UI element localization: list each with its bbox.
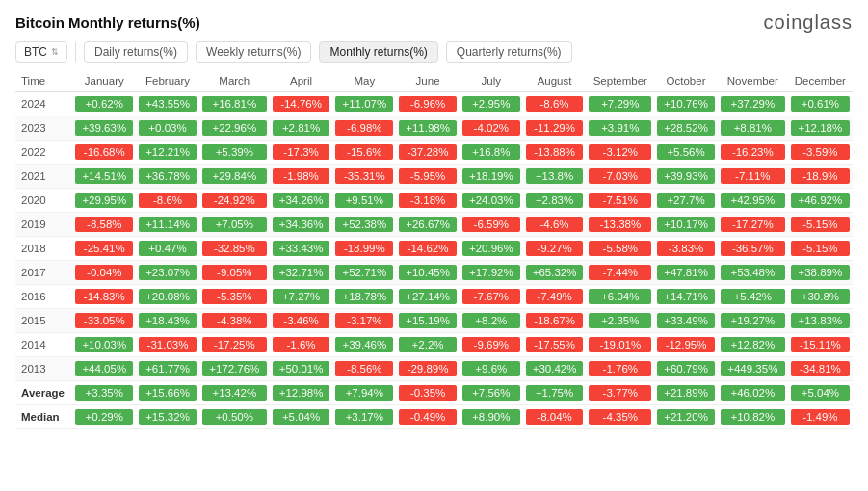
value-cell: -3.17% xyxy=(332,309,396,333)
value-cell: +39.63% xyxy=(72,116,136,141)
value-cell: -35.31% xyxy=(332,165,396,189)
value-cell: +38.89% xyxy=(788,261,853,285)
col-jan: January xyxy=(72,70,136,92)
median-cell: +21.20% xyxy=(654,405,718,429)
value-cell: +172.76% xyxy=(199,357,270,381)
value-cell: +28.52% xyxy=(654,116,718,141)
value-cell: +12.21% xyxy=(136,141,199,165)
value-cell: +10.76% xyxy=(654,92,718,116)
value-cell: +52.71% xyxy=(332,261,396,285)
value-cell: -34.81% xyxy=(788,357,853,381)
value-cell: -3.12% xyxy=(586,141,654,165)
value-cell: +5.39% xyxy=(199,141,270,165)
value-cell: +47.81% xyxy=(654,261,718,285)
value-cell: +36.78% xyxy=(136,165,199,189)
median-cell: +8.90% xyxy=(460,405,523,429)
table-row: 2018-25.41%+0.47%-32.85%+33.43%-18.99%-1… xyxy=(15,237,853,261)
value-cell: +27.7% xyxy=(654,189,718,213)
value-cell: +9.6% xyxy=(460,357,523,381)
value-cell: -18.9% xyxy=(788,165,853,189)
tab-weekly[interactable]: Weekly returns(%) xyxy=(196,41,311,63)
median-cell: -1.49% xyxy=(788,405,853,429)
value-cell: +33.43% xyxy=(270,237,333,261)
year-cell: 2018 xyxy=(15,237,72,261)
average-row: Average+3.35%+15.66%+13.42%+12.98%+7.94%… xyxy=(15,381,853,405)
value-cell: +8.81% xyxy=(718,116,788,141)
table-row: 2014+10.03%-31.03%-17.25%-1.6%+39.46%+2.… xyxy=(15,333,853,357)
value-cell: +46.92% xyxy=(788,189,853,213)
value-cell: +18.78% xyxy=(332,285,396,309)
value-cell: -12.95% xyxy=(654,333,718,357)
value-cell: +2.83% xyxy=(523,189,587,213)
page-title: Bitcoin Monthly returns(%) xyxy=(15,14,200,31)
median-cell: +3.17% xyxy=(332,405,396,429)
median-label: Median xyxy=(15,405,72,429)
table-row: 2017-0.04%+23.07%-9.05%+32.71%+52.71%+10… xyxy=(15,261,853,285)
average-cell: +46.02% xyxy=(718,381,788,405)
value-cell: -24.92% xyxy=(199,189,270,213)
col-oct: October xyxy=(654,70,718,92)
col-aug: August xyxy=(523,70,587,92)
col-jul: July xyxy=(460,70,523,92)
median-cell: -8.04% xyxy=(523,405,587,429)
value-cell: +7.05% xyxy=(199,213,270,237)
value-cell: -8.6% xyxy=(523,92,587,116)
value-cell: -5.35% xyxy=(199,285,270,309)
value-cell: -7.51% xyxy=(586,189,654,213)
value-cell: +65.32% xyxy=(523,261,587,285)
value-cell: +3.91% xyxy=(586,116,654,141)
value-cell: -6.98% xyxy=(332,116,396,141)
value-cell: +11.07% xyxy=(332,92,396,116)
value-cell: -3.46% xyxy=(270,309,333,333)
value-cell: -32.85% xyxy=(199,237,270,261)
table-row: 2016-14.83%+20.08%-5.35%+7.27%+18.78%+27… xyxy=(15,285,853,309)
value-cell: +449.35% xyxy=(718,357,788,381)
value-cell: -31.03% xyxy=(136,333,199,357)
year-cell: 2013 xyxy=(15,357,72,381)
year-cell: 2014 xyxy=(15,333,72,357)
value-cell: -13.38% xyxy=(586,213,654,237)
table-row: 2021+14.51%+36.78%+29.84%-1.98%-35.31%-5… xyxy=(15,165,853,189)
value-cell: +18.43% xyxy=(136,309,199,333)
value-cell: -33.05% xyxy=(72,309,136,333)
value-cell: +6.04% xyxy=(586,285,654,309)
table-row: 2020+29.95%-8.6%-24.92%+34.26%+9.51%-3.1… xyxy=(15,189,853,213)
value-cell: -9.05% xyxy=(199,261,270,285)
value-cell: -3.59% xyxy=(788,141,853,165)
year-cell: 2021 xyxy=(15,165,72,189)
brand-logo: coinglass xyxy=(764,12,853,34)
asset-selector[interactable]: BTC ⇅ xyxy=(15,41,67,63)
value-cell: -3.83% xyxy=(654,237,718,261)
value-cell: +13.83% xyxy=(788,309,853,333)
average-cell: +1.75% xyxy=(523,381,587,405)
average-cell: +13.42% xyxy=(199,381,270,405)
table-row: 2019-8.58%+11.14%+7.05%+34.36%+52.38%+26… xyxy=(15,213,853,237)
value-cell: +23.07% xyxy=(136,261,199,285)
tab-quarterly[interactable]: Quarterly returns(%) xyxy=(446,41,572,63)
median-cell: -0.49% xyxy=(396,405,460,429)
value-cell: +20.96% xyxy=(460,237,523,261)
value-cell: -4.38% xyxy=(199,309,270,333)
tab-daily[interactable]: Daily returns(%) xyxy=(84,41,188,63)
value-cell: +17.92% xyxy=(460,261,523,285)
value-cell: +13.8% xyxy=(523,165,587,189)
value-cell: -7.11% xyxy=(718,165,788,189)
value-cell: -17.3% xyxy=(270,141,333,165)
value-cell: -14.76% xyxy=(270,92,333,116)
value-cell: +7.27% xyxy=(270,285,333,309)
value-cell: +34.26% xyxy=(270,189,333,213)
col-dec: December xyxy=(788,70,853,92)
value-cell: +19.27% xyxy=(718,309,788,333)
value-cell: -7.67% xyxy=(460,285,523,309)
median-cell: +0.29% xyxy=(72,405,136,429)
value-cell: +42.95% xyxy=(718,189,788,213)
value-cell: +39.93% xyxy=(654,165,718,189)
value-cell: +14.71% xyxy=(654,285,718,309)
value-cell: +9.51% xyxy=(332,189,396,213)
tab-monthly[interactable]: Monthly returns(%) xyxy=(319,41,437,63)
average-cell: +12.98% xyxy=(270,381,333,405)
value-cell: -0.04% xyxy=(72,261,136,285)
average-cell: +3.35% xyxy=(72,381,136,405)
year-cell: 2019 xyxy=(15,213,72,237)
value-cell: +0.47% xyxy=(136,237,199,261)
